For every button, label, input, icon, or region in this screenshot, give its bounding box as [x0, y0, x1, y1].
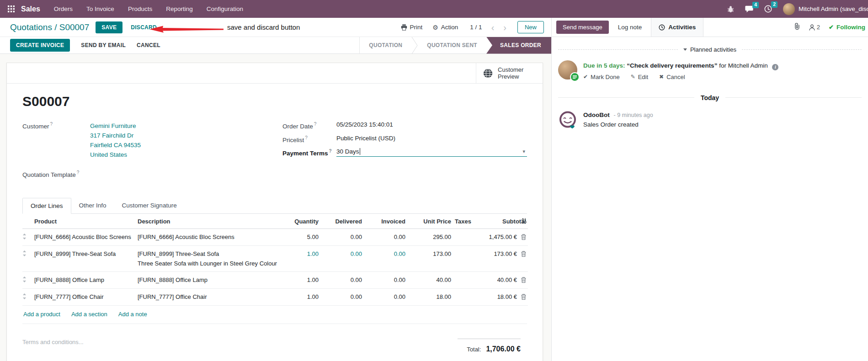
- cell-description[interactable]: [FURN_6666] Acoustic Bloc Screens: [136, 228, 284, 245]
- user-menu[interactable]: Mitchell Admin (save_discard: [783, 3, 868, 15]
- add-product-link[interactable]: Add a product: [23, 311, 60, 318]
- pager-next-icon[interactable]: ›: [503, 25, 506, 30]
- customer-name-link[interactable]: Gemini Furniture: [90, 121, 141, 131]
- cell-invoiced[interactable]: 0.00: [364, 271, 407, 288]
- table-row[interactable]: [FURN_8999] Three-Seat Sofa [FURN_8999] …: [22, 245, 528, 271]
- attachments-icon[interactable]: [793, 23, 800, 32]
- tab-other-info[interactable]: Other Info: [71, 198, 114, 213]
- send-message-button[interactable]: Send message: [556, 21, 609, 34]
- activity-avatar[interactable]: [558, 60, 577, 80]
- description-header[interactable]: Description: [136, 214, 284, 229]
- table-row[interactable]: [FURN_8888] Office Lamp [FURN_8888] Offi…: [22, 271, 528, 288]
- print-button[interactable]: Print: [401, 24, 423, 31]
- cell-product[interactable]: [FURN_6666] Acoustic Bloc Screens: [32, 228, 136, 245]
- drag-handle-icon[interactable]: [22, 245, 32, 271]
- optional-columns-icon[interactable]: [521, 218, 527, 225]
- create-invoice-button[interactable]: CREATE INVOICE: [10, 39, 70, 52]
- app-name[interactable]: Sales: [21, 5, 40, 13]
- add-section-link[interactable]: Add a section: [71, 311, 107, 318]
- payment-terms-input[interactable]: 30 Days ▾: [336, 148, 527, 157]
- menu-to-invoice[interactable]: To Invoice: [86, 5, 114, 12]
- cancel-button[interactable]: CANCEL: [137, 42, 160, 48]
- menu-products[interactable]: Products: [128, 5, 152, 12]
- table-row[interactable]: [FURN_6666] Acoustic Bloc Screens [FURN_…: [22, 228, 528, 245]
- cell-unit-price[interactable]: 18.00: [407, 288, 453, 305]
- new-button[interactable]: New: [517, 21, 544, 33]
- cell-quantity[interactable]: 1.00: [284, 245, 320, 271]
- activities-button[interactable]: Activities: [651, 18, 703, 37]
- quantity-header[interactable]: Quantity: [284, 214, 320, 229]
- cancel-activity-button[interactable]: ✖Cancel: [659, 74, 685, 80]
- cell-delivered[interactable]: 0.00: [320, 271, 364, 288]
- cell-taxes[interactable]: [453, 271, 480, 288]
- delete-row-icon[interactable]: [521, 251, 526, 257]
- pager-previous-icon[interactable]: ‹: [491, 25, 495, 30]
- cell-description[interactable]: [FURN_8999] Three-Seat SofaThree Seater …: [136, 245, 284, 271]
- apps-grid-icon[interactable]: [5, 3, 17, 16]
- tab-order-lines[interactable]: Order Lines: [22, 198, 71, 214]
- cell-delivered[interactable]: 0.00: [320, 245, 364, 271]
- menu-orders[interactable]: Orders: [54, 5, 73, 12]
- state-sales-order[interactable]: SALES ORDER: [486, 37, 551, 54]
- tab-customer-signature[interactable]: Customer Signature: [114, 198, 185, 213]
- cell-quantity[interactable]: 1.00: [284, 288, 320, 305]
- info-icon[interactable]: i: [772, 64, 778, 70]
- cell-unit-price[interactable]: 295.00: [407, 228, 453, 245]
- state-quotation-sent[interactable]: QUOTATION SENT: [418, 37, 486, 54]
- send-by-email-button[interactable]: SEND BY EMAIL: [81, 42, 126, 48]
- order-date-value[interactable]: 05/25/2023 15:40:01: [336, 121, 393, 130]
- messages-icon[interactable]: 4: [745, 5, 753, 13]
- table-row[interactable]: [FURN_7777] Office Chair [FURN_7777] Off…: [22, 288, 528, 305]
- edit-activity-button[interactable]: ✎Edit: [631, 74, 648, 80]
- delete-row-icon[interactable]: [521, 234, 526, 240]
- menu-reporting[interactable]: Reporting: [166, 5, 193, 12]
- debug-bug-icon[interactable]: [727, 5, 734, 13]
- add-note-link[interactable]: Add a note: [118, 311, 147, 318]
- cell-invoiced[interactable]: 0.00: [364, 228, 407, 245]
- activities-clock-icon[interactable]: 2: [764, 5, 772, 13]
- planned-activities-toggle[interactable]: Planned activities: [683, 46, 736, 53]
- cell-invoiced[interactable]: 0.00: [364, 288, 407, 305]
- drag-handle-icon[interactable]: [22, 228, 32, 245]
- cell-product[interactable]: [FURN_8888] Office Lamp: [32, 271, 136, 288]
- cell-quantity[interactable]: 1.00: [284, 271, 320, 288]
- cell-taxes[interactable]: [453, 228, 480, 245]
- action-button[interactable]: ⚙ Action: [432, 24, 458, 31]
- cell-delivered[interactable]: 0.00: [320, 288, 364, 305]
- mark-done-button[interactable]: ✔Mark Done: [583, 74, 620, 80]
- cell-taxes[interactable]: [453, 245, 480, 271]
- cell-quantity[interactable]: 5.00: [284, 228, 320, 245]
- pricelist-value[interactable]: Public Pricelist (USD): [336, 135, 395, 143]
- save-button[interactable]: SAVE: [96, 21, 122, 33]
- cell-product[interactable]: [FURN_8999] Three-Seat Sofa: [32, 245, 136, 271]
- cell-unit-price[interactable]: 173.00: [407, 245, 453, 271]
- menu-configuration[interactable]: Configuration: [207, 5, 243, 12]
- state-quotation[interactable]: QUOTATION: [360, 37, 411, 54]
- cell-product[interactable]: [FURN_7777] Office Chair: [32, 288, 136, 305]
- delete-row-icon[interactable]: [521, 294, 526, 300]
- message-author[interactable]: OdooBot: [583, 111, 610, 118]
- cell-taxes[interactable]: [453, 288, 480, 305]
- customer-preview-button[interactable]: Customer Preview: [476, 63, 543, 83]
- breadcrumb[interactable]: Quotations / S00007: [10, 22, 89, 32]
- following-button[interactable]: ✔ Following: [829, 24, 865, 31]
- log-note-button[interactable]: Log note: [618, 24, 642, 31]
- cell-delivered[interactable]: 0.00: [320, 228, 364, 245]
- invoiced-header[interactable]: Invoiced: [364, 214, 407, 229]
- cell-description[interactable]: [FURN_8888] Office Lamp: [136, 271, 284, 288]
- drag-handle-icon[interactable]: [22, 288, 32, 305]
- cell-invoiced[interactable]: 0.00: [364, 245, 407, 271]
- quotation-template-field[interactable]: Quotation Template?: [22, 170, 282, 178]
- cell-description[interactable]: [FURN_7777] Office Chair: [136, 288, 284, 305]
- delivered-header[interactable]: Delivered: [320, 214, 364, 229]
- drag-handle-icon[interactable]: [22, 271, 32, 288]
- cell-unit-price[interactable]: 40.00: [407, 271, 453, 288]
- unit-price-header[interactable]: Unit Price: [407, 214, 453, 229]
- terms-placeholder[interactable]: Terms and conditions...: [22, 339, 84, 353]
- followers-button[interactable]: 2: [809, 24, 820, 31]
- product-header[interactable]: Product: [32, 214, 136, 229]
- delete-row-icon[interactable]: [521, 277, 526, 283]
- odoobot-avatar[interactable]: [558, 111, 577, 130]
- taxes-header[interactable]: Taxes: [453, 214, 480, 229]
- dropdown-caret-icon[interactable]: ▾: [522, 149, 527, 154]
